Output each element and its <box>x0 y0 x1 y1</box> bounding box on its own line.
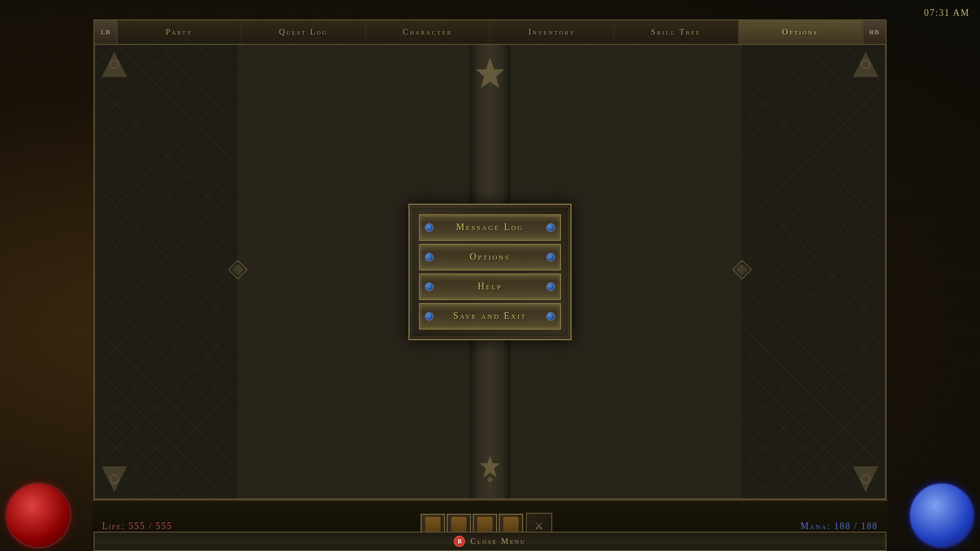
mana-max: 188 <box>861 521 878 531</box>
close-menu-label: Close Menu <box>470 537 526 546</box>
gem-right-2 <box>547 253 555 261</box>
tab-skill-tree[interactable]: Skill Tree <box>614 20 738 44</box>
tab-party[interactable]: Party <box>117 20 241 44</box>
corner-decoration-tr <box>850 49 881 80</box>
tab-inventory[interactable]: Inventory <box>490 20 614 44</box>
svg-marker-4 <box>102 466 127 492</box>
left-panel <box>95 45 238 498</box>
left-ornament <box>228 259 248 284</box>
gem-left-2 <box>425 253 433 261</box>
corner-decoration-tl <box>99 49 130 80</box>
lb-button[interactable]: LB <box>94 20 117 44</box>
help-label: Help <box>478 281 502 292</box>
gem-left-3 <box>425 283 433 291</box>
bottom-ornament <box>477 453 503 488</box>
options-dialog: Message Log Options Help Save and Exit <box>408 204 572 340</box>
message-log-label: Message Log <box>456 222 524 233</box>
main-panel: LB Party Quest Log Character Inventory S… <box>93 19 887 500</box>
close-menu-area[interactable]: B Close Menu <box>454 536 526 547</box>
mana-orb-visual <box>909 482 975 548</box>
svg-marker-8 <box>476 58 504 88</box>
top-ornament <box>475 55 505 96</box>
corner-decoration-bl <box>99 464 130 494</box>
message-log-button[interactable]: Message Log <box>419 214 561 241</box>
svg-point-9 <box>487 477 493 482</box>
life-display: Life: 555 / 555 <box>102 521 173 532</box>
content-area: Message Log Options Help Save and Exit <box>93 44 887 500</box>
mana-display: Mana: 188 / 188 <box>800 521 878 532</box>
corner-decoration-br <box>850 464 881 494</box>
tab-quest-log[interactable]: Quest Log <box>241 20 365 44</box>
skill-icon: ⚔ <box>534 520 544 532</box>
gem-right-3 <box>547 283 555 291</box>
svg-marker-2 <box>853 52 878 77</box>
right-panel <box>742 45 885 498</box>
clock: 07:31 AM <box>924 8 970 18</box>
tab-bar: LB Party Quest Log Character Inventory S… <box>93 19 887 44</box>
life-max: 555 <box>156 521 173 531</box>
options-label: Options <box>470 252 510 262</box>
gem-left-4 <box>425 312 433 320</box>
svg-marker-0 <box>102 52 127 77</box>
life-label: Life: <box>102 521 126 531</box>
gem-left-1 <box>425 223 433 232</box>
tab-items: Party Quest Log Character Inventory Skil… <box>117 20 863 44</box>
rb-button[interactable]: RB <box>863 20 886 44</box>
bottom-bar: B Close Menu <box>93 532 887 551</box>
gem-right-4 <box>547 312 555 320</box>
save-and-exit-label: Save and Exit <box>453 311 527 321</box>
gem-right-1 <box>547 223 555 232</box>
dialog-inner: Message Log Options Help Save and Exit <box>415 210 565 334</box>
diamond-pattern-right <box>747 50 880 493</box>
right-ornament <box>732 259 752 284</box>
tab-character[interactable]: Character <box>366 20 490 44</box>
diamond-pattern-left <box>100 50 233 493</box>
life-orb <box>0 500 92 551</box>
b-button-icon: B <box>454 536 465 547</box>
mana-current: 188 <box>834 521 851 531</box>
life-orb-visual <box>5 482 71 548</box>
tab-options[interactable]: Options <box>739 20 863 44</box>
mana-orb <box>888 500 980 551</box>
life-current: 555 <box>129 521 145 531</box>
help-button[interactable]: Help <box>419 273 561 300</box>
save-and-exit-button[interactable]: Save and Exit <box>419 303 561 330</box>
mana-label: Mana: <box>800 521 830 531</box>
svg-marker-6 <box>853 466 878 492</box>
mana-sep: / <box>854 521 857 531</box>
options-button[interactable]: Options <box>419 244 561 270</box>
life-sep: / <box>149 521 153 531</box>
